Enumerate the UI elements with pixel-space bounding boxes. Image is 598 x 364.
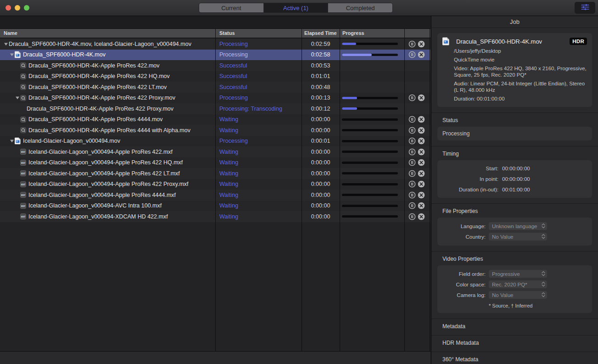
timing-section-header[interactable]: Timing — [442, 151, 598, 157]
cancel-button[interactable] — [418, 191, 425, 199]
svg-text:MXF: MXF — [21, 194, 26, 196]
pause-button[interactable] — [408, 116, 416, 123]
svg-text:MXF: MXF — [21, 151, 26, 153]
sliders-icon — [581, 4, 590, 12]
row-elapsed-time: 0:00:00 — [302, 201, 340, 212]
disclosure-triangle-icon[interactable] — [3, 42, 9, 46]
cancel-button[interactable] — [418, 51, 425, 58]
cancel-button[interactable] — [418, 116, 425, 123]
inspector-toggle-button[interactable] — [575, 2, 595, 14]
section-divider — [431, 352, 598, 352]
mxf-file-icon: MXF — [20, 203, 26, 209]
mxf-file-icon: MXF — [20, 192, 26, 198]
cancel-button[interactable] — [418, 148, 425, 156]
column-divider[interactable] — [430, 28, 430, 351]
pause-button[interactable] — [408, 170, 416, 177]
hdr-badge: HDR — [570, 38, 587, 45]
cancel-button[interactable] — [418, 170, 425, 177]
row-elapsed-time: 0:01:01 — [302, 71, 340, 82]
cancel-button[interactable] — [418, 94, 425, 101]
progress-bar — [342, 54, 398, 56]
row-status: Processing — [215, 93, 302, 104]
cancel-button[interactable] — [418, 213, 425, 220]
section-divider — [431, 203, 598, 204]
status-section-header[interactable]: Status — [442, 117, 598, 123]
field-order-dropdown[interactable]: Progressive — [489, 270, 547, 278]
file-properties-section-header[interactable]: File Properties — [442, 208, 598, 214]
status-value: Processing — [437, 127, 592, 140]
chevron-up-down-icon — [542, 233, 545, 241]
video-properties-section-header[interactable]: Video Properties — [442, 256, 598, 262]
pause-button[interactable] — [408, 94, 416, 101]
quicktime-file-icon — [20, 117, 26, 123]
language-dropdown[interactable]: Unknown language — [489, 222, 547, 230]
column-header-status[interactable]: Status — [219, 30, 235, 36]
pause-button[interactable] — [408, 148, 416, 156]
tab-current[interactable]: Current — [199, 3, 264, 12]
360-metadata-section-header[interactable]: 360° Metadata — [442, 356, 598, 363]
progress-bar — [342, 97, 398, 99]
chevron-up-down-icon — [542, 291, 545, 299]
hdr-metadata-section-header[interactable]: HDR Metadata — [442, 340, 598, 346]
cancel-button[interactable] — [418, 127, 425, 134]
row-elapsed-time: 0:00:00 — [302, 179, 340, 190]
section-divider — [431, 251, 598, 252]
row-progress — [340, 71, 404, 82]
row-progress — [340, 179, 404, 190]
progress-bar — [342, 118, 398, 121]
column-header-elapsed-time[interactable]: Elapsed Time — [304, 30, 337, 36]
pause-button[interactable] — [408, 159, 416, 166]
video-summary: Video: Apple ProRes 422 HQ, 3840 x 2160,… — [454, 65, 587, 78]
row-status: Waiting — [215, 211, 302, 222]
tab-completed[interactable]: Completed — [328, 3, 392, 12]
disclosure-triangle-icon[interactable] — [9, 139, 15, 143]
chevron-up-down-icon — [542, 280, 545, 289]
timing-label: Start: — [437, 166, 498, 171]
row-progress — [340, 146, 404, 157]
column-divider[interactable] — [215, 28, 216, 351]
row-name: Iceland-Glacier-Lagoon_v000494-AVC Intra… — [28, 202, 162, 209]
pause-button[interactable] — [408, 127, 416, 134]
pause-button[interactable] — [408, 180, 416, 188]
row-status: Waiting — [215, 114, 302, 125]
pause-button[interactable] — [408, 51, 416, 58]
pause-button[interactable] — [408, 191, 416, 199]
collapsed-sections: MetadataHDR Metadata360° Metadata — [431, 319, 598, 363]
pause-button[interactable] — [408, 213, 416, 220]
row-progress — [340, 168, 404, 179]
section-divider — [431, 146, 598, 146]
row-status: Successful — [215, 60, 302, 71]
column-divider[interactable] — [302, 28, 302, 351]
cancel-button[interactable] — [418, 180, 425, 188]
disclosure-triangle-icon[interactable] — [9, 53, 15, 56]
property-label: Field order: — [437, 271, 486, 277]
pause-button[interactable] — [408, 40, 416, 48]
cancel-button[interactable] — [418, 40, 425, 48]
chevron-up-down-icon — [542, 270, 545, 278]
movie-file-icon — [15, 137, 21, 145]
minimize-window-button[interactable] — [15, 5, 20, 11]
pause-button[interactable] — [408, 202, 416, 209]
close-window-button[interactable] — [6, 5, 11, 11]
row-status: Waiting — [215, 157, 302, 168]
country-dropdown[interactable]: No Value — [489, 233, 547, 241]
cancel-button[interactable] — [418, 202, 425, 209]
row-status: Successful — [215, 82, 302, 93]
camera-log-dropdown[interactable]: No Value — [489, 291, 547, 299]
color-space-dropdown[interactable]: Rec. 2020 PQ* — [489, 280, 547, 288]
pause-button[interactable] — [408, 137, 416, 145]
quicktime-file-icon — [20, 84, 26, 90]
cancel-button[interactable] — [418, 137, 425, 145]
disclosure-triangle-icon[interactable] — [14, 96, 20, 100]
row-name: Iceland-Glacier-Lagoon_v000494.mov — [23, 138, 120, 144]
cancel-button[interactable] — [418, 159, 425, 166]
column-header-progress[interactable]: Progress — [342, 30, 364, 36]
column-divider[interactable] — [340, 28, 340, 351]
metadata-section-header[interactable]: Metadata — [442, 323, 598, 330]
column-divider[interactable] — [404, 28, 405, 351]
file-kind: QuickTime movie — [454, 56, 587, 63]
inspector-title: Job — [431, 16, 598, 28]
zoom-window-button[interactable] — [24, 5, 29, 11]
column-header-name[interactable]: Name — [4, 30, 17, 36]
tab-active-1[interactable]: Active (1) — [264, 3, 329, 12]
